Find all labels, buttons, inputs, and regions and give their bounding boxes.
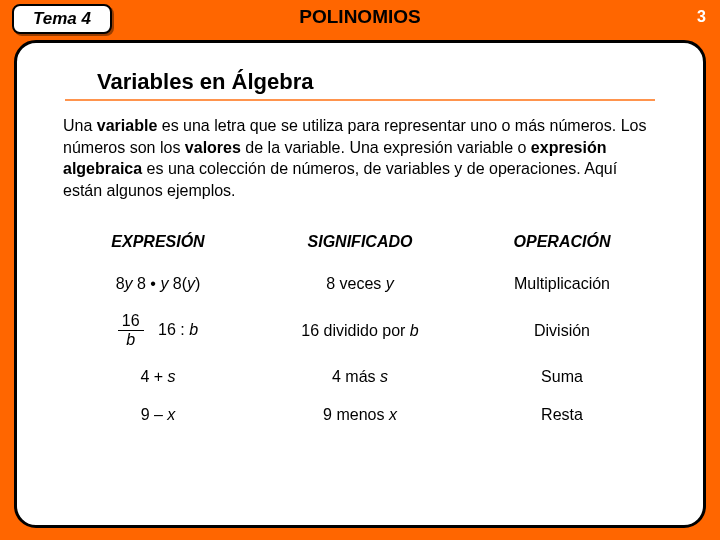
intro-paragraph: Una variable es una letra que se utiliza…: [63, 115, 657, 201]
section-heading: Variables en Álgebra: [97, 69, 663, 95]
text: 8 veces: [326, 275, 386, 292]
text: ): [195, 275, 200, 292]
col-significado: SIGNIFICADO: [259, 225, 461, 265]
fraction-denominator: b: [118, 331, 144, 348]
variable: y: [125, 275, 133, 292]
table-row: 4 + s 4 más s Suma: [57, 358, 663, 396]
cell-operation: Suma: [461, 358, 663, 396]
variable: x: [389, 406, 397, 423]
cell-operation: División: [461, 303, 663, 358]
variable: y: [386, 275, 394, 292]
text: 16 dividido por: [301, 322, 410, 339]
slide-title: POLINOMIOS: [0, 6, 720, 28]
variable: s: [168, 368, 176, 385]
cell-expression: 4 + s: [57, 358, 259, 396]
table-row: 16 b 16 : b 16 dividido por b División: [57, 303, 663, 358]
table-row: 9 – x 9 menos x Resta: [57, 396, 663, 434]
bold-term: variable: [97, 117, 157, 134]
variable: x: [167, 406, 175, 423]
table-row: 8y 8 • y 8(y) 8 veces y Multiplicación: [57, 265, 663, 303]
text: 4 más: [332, 368, 380, 385]
col-expresion: EXPRESIÓN: [57, 225, 259, 265]
text: 8 •: [133, 275, 161, 292]
col-operacion: OPERACIÓN: [461, 225, 663, 265]
fraction-numerator: 16: [118, 313, 144, 331]
text: es una colección de números, de variable…: [63, 160, 617, 199]
cell-expression: 16 b 16 : b: [57, 303, 259, 358]
text: 8: [116, 275, 125, 292]
cell-expression: 8y 8 • y 8(y): [57, 265, 259, 303]
variable: b: [410, 322, 419, 339]
content-panel: Variables en Álgebra Una variable es una…: [14, 40, 706, 528]
text: de la variable. Una expresión variable o: [241, 139, 531, 156]
text: 9 menos: [323, 406, 389, 423]
cell-meaning: 9 menos x: [259, 396, 461, 434]
examples-table: EXPRESIÓN SIGNIFICADO OPERACIÓN 8y 8 • y…: [57, 225, 663, 434]
text: 9 –: [141, 406, 168, 423]
fraction: 16 b: [118, 313, 144, 348]
text: Una: [63, 117, 97, 134]
variable: s: [380, 368, 388, 385]
cell-meaning: 4 más s: [259, 358, 461, 396]
cell-meaning: 8 veces y: [259, 265, 461, 303]
cell-operation: Resta: [461, 396, 663, 434]
page-number: 3: [697, 8, 706, 26]
slide: Tema 4 POLINOMIOS 3 Variables en Álgebra…: [0, 0, 720, 540]
slide-header: Tema 4 POLINOMIOS 3: [0, 0, 720, 40]
text: 4 +: [140, 368, 167, 385]
heading-underline: [65, 99, 655, 101]
bold-term: valores: [185, 139, 241, 156]
variable: b: [189, 321, 198, 338]
cell-expression: 9 – x: [57, 396, 259, 434]
table-header-row: EXPRESIÓN SIGNIFICADO OPERACIÓN: [57, 225, 663, 265]
text: 8(: [168, 275, 187, 292]
cell-meaning: 16 dividido por b: [259, 303, 461, 358]
cell-operation: Multiplicación: [461, 265, 663, 303]
variable: y: [187, 275, 195, 292]
text: 16 :: [158, 321, 189, 338]
